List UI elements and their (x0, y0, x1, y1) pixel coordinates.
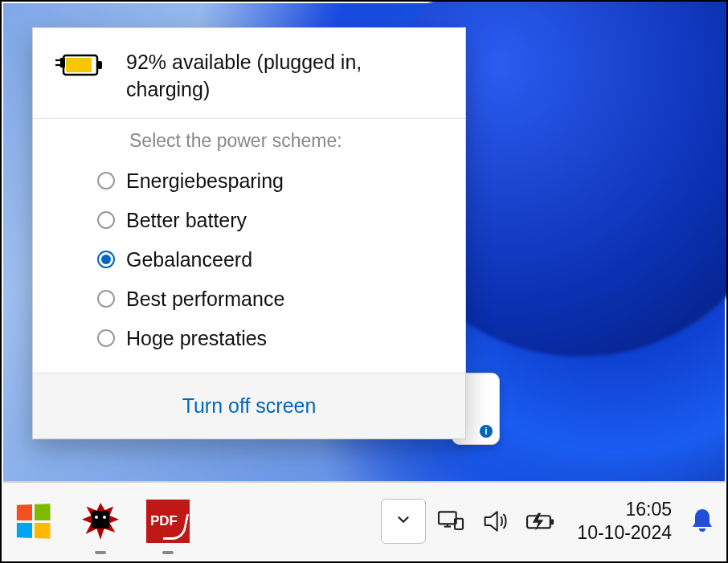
running-indicator-icon (162, 551, 174, 554)
battery-charging-icon (55, 51, 105, 84)
power-scheme-label: Best performance (126, 288, 284, 311)
running-indicator-icon (95, 551, 106, 554)
pdf-app-icon: PDF (146, 500, 190, 543)
battery-status-text: 92% available (plugged in, charging) (126, 49, 443, 104)
battery-flyout: 92% available (plugged in, charging) Sel… (32, 27, 466, 439)
power-scheme-label: Gebalanceerd (126, 248, 252, 271)
battery-flyout-header: 92% available (plugged in, charging) (33, 28, 465, 119)
power-scheme-option[interactable]: Hoge prestaties (73, 319, 465, 358)
start-button[interactable] (11, 500, 55, 543)
bell-icon (690, 508, 714, 535)
taskbar-clock[interactable]: 16:05 10-10-2024 (566, 498, 683, 545)
taskbar: PDF (3, 481, 725, 560)
tray-display-icon[interactable] (431, 501, 471, 541)
radio-unchecked-icon (97, 211, 115, 229)
power-scheme-option[interactable]: Better battery (73, 201, 465, 240)
power-scheme-option[interactable]: Best performance (73, 279, 465, 319)
chevron-down-icon (395, 511, 412, 532)
power-scheme-label: Better battery (126, 209, 247, 232)
tray-volume-icon[interactable] (476, 501, 516, 541)
power-scheme-option[interactable]: Energiebesparing (73, 161, 465, 201)
svg-rect-5 (60, 58, 65, 67)
taskbar-app-pdf[interactable]: PDF (146, 500, 190, 543)
battery-flyout-footer: Turn off screen (33, 373, 465, 439)
svg-rect-11 (550, 519, 554, 524)
svg-rect-6 (439, 512, 456, 524)
radio-unchecked-icon (97, 290, 115, 308)
system-tray: 16:05 10-10-2024 (381, 498, 717, 545)
tray-overflow-button[interactable] (381, 499, 426, 544)
notifications-button[interactable] (688, 502, 717, 541)
power-scheme-label: Energiebesparing (126, 169, 284, 193)
power-scheme-option[interactable]: Gebalanceerd (73, 240, 465, 279)
svg-rect-2 (66, 58, 92, 72)
info-badge-icon: i (480, 425, 493, 438)
radio-unchecked-icon (97, 172, 115, 190)
power-scheme-heading: Select the power scheme: (33, 119, 465, 157)
power-scheme-label: Hoge prestaties (126, 327, 267, 350)
radio-checked-icon (97, 251, 115, 268)
windows-logo-icon (17, 504, 51, 538)
irfanview-icon (79, 500, 122, 543)
turn-off-screen-link[interactable]: Turn off screen (182, 394, 317, 417)
power-scheme-list: Energiebesparing Better battery Gebalanc… (33, 157, 465, 373)
tray-battery-icon[interactable] (521, 501, 561, 541)
clock-time: 16:05 (577, 498, 672, 521)
taskbar-app-irfanview[interactable] (79, 500, 122, 543)
svg-rect-1 (97, 61, 102, 69)
radio-unchecked-icon (97, 329, 115, 347)
clock-date: 10-10-2024 (577, 521, 672, 545)
taskbar-pinned-apps: PDF (11, 500, 190, 543)
